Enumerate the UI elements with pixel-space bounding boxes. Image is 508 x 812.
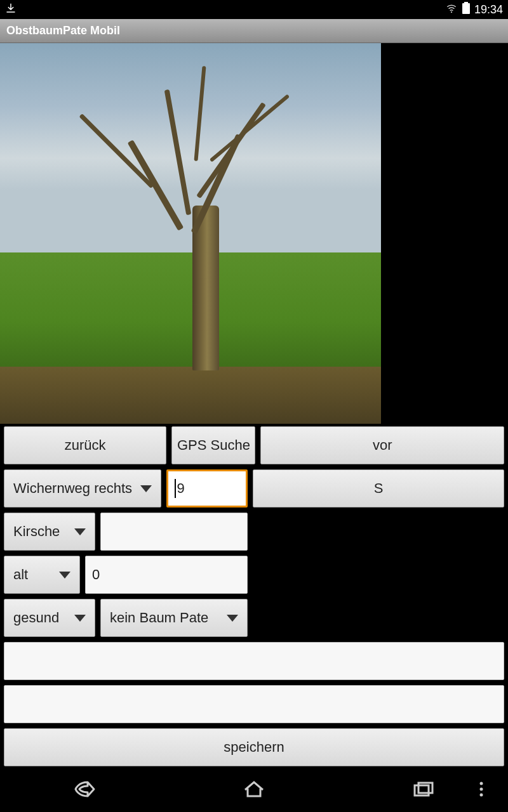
sponsor-select[interactable]: kein Baum Pate bbox=[100, 599, 248, 637]
chevron-down-icon bbox=[140, 485, 152, 492]
nav-back-button[interactable] bbox=[69, 774, 100, 804]
nav-recent-button[interactable] bbox=[408, 774, 439, 804]
svg-rect-4 bbox=[418, 783, 432, 793]
nav-home-button[interactable] bbox=[239, 774, 269, 804]
app-title: ObstbaumPate Mobil bbox=[6, 24, 120, 37]
svg-rect-2 bbox=[464, 2, 468, 3]
notes2-input[interactable] bbox=[4, 685, 504, 723]
age-select[interactable]: alt bbox=[4, 556, 80, 594]
svg-point-6 bbox=[480, 788, 483, 791]
chevron-down-icon bbox=[227, 615, 238, 622]
svg-rect-1 bbox=[462, 3, 470, 14]
s-button[interactable]: S bbox=[253, 469, 504, 508]
chevron-down-icon bbox=[59, 572, 70, 579]
nav-menu-button[interactable] bbox=[466, 774, 497, 804]
fruit-type-select[interactable]: Kirsche bbox=[4, 513, 95, 551]
tree-number-input[interactable]: 9 bbox=[166, 469, 248, 508]
system-navbar bbox=[0, 766, 508, 812]
variety-input[interactable] bbox=[100, 513, 248, 551]
battery-icon bbox=[462, 2, 471, 18]
svg-rect-3 bbox=[415, 785, 429, 796]
download-icon bbox=[5, 3, 17, 17]
health-select[interactable]: gesund bbox=[4, 599, 95, 637]
status-time: 19:34 bbox=[474, 3, 503, 16]
age-value-input[interactable]: 0 bbox=[85, 556, 248, 594]
svg-point-5 bbox=[480, 782, 483, 785]
gps-search-button[interactable]: GPS Suche bbox=[171, 426, 255, 464]
chevron-down-icon bbox=[74, 615, 86, 622]
svg-point-7 bbox=[480, 794, 483, 797]
street-select[interactable]: Wichernweg rechts bbox=[4, 469, 161, 508]
wifi-icon bbox=[445, 3, 458, 17]
chevron-down-icon bbox=[74, 528, 86, 535]
back-button[interactable]: zurück bbox=[4, 426, 166, 464]
tree-photo[interactable] bbox=[0, 43, 381, 424]
app-title-bar: ObstbaumPate Mobil bbox=[0, 19, 508, 43]
svg-point-0 bbox=[451, 11, 452, 12]
notes1-input[interactable] bbox=[4, 642, 504, 680]
forward-button[interactable]: vor bbox=[260, 426, 504, 464]
status-bar: 19:34 bbox=[0, 0, 508, 19]
save-button[interactable]: speichern bbox=[4, 728, 504, 766]
photo-area bbox=[0, 43, 508, 424]
